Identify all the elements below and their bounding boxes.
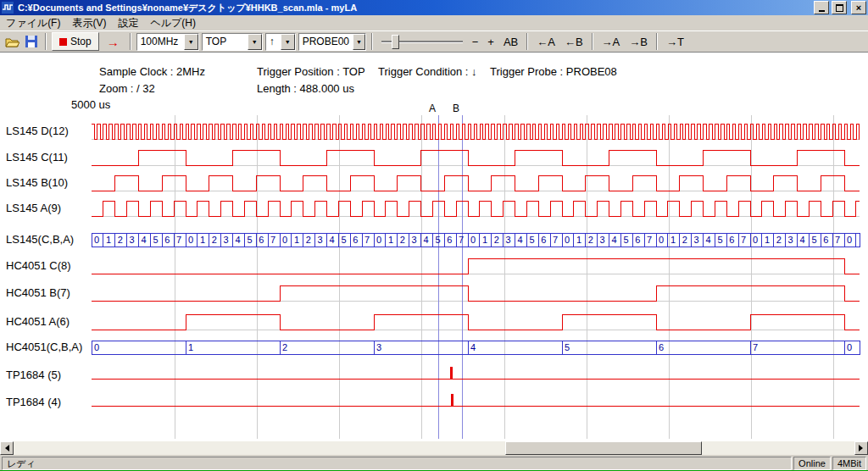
waveform-area: Sample Clock : 2MHz Trigger Position : T… [0, 53, 868, 441]
svg-text:7: 7 [176, 235, 181, 245]
svg-text:4: 4 [612, 235, 617, 245]
chevron-down-icon: ▼ [248, 34, 262, 50]
svg-text:6: 6 [635, 235, 640, 245]
svg-text:7: 7 [835, 235, 840, 245]
status-online: Online [793, 457, 831, 470]
svg-text:5: 5 [811, 235, 816, 245]
svg-text:2: 2 [588, 235, 593, 245]
menu-file[interactable]: ファイル(F) [0, 15, 66, 31]
svg-text:4: 4 [470, 342, 476, 352]
stop-button[interactable]: Stop [52, 32, 99, 51]
svg-text:2: 2 [118, 235, 123, 245]
trigger-probe-select[interactable]: PROBE00 ▼ [298, 33, 366, 51]
statusbar: レディ Online 4MBit [0, 455, 868, 470]
sample-rate-select[interactable]: 100MHz ▼ [136, 33, 199, 51]
svg-text:3: 3 [506, 235, 511, 245]
goto-marker-b-left-button[interactable]: ←B [561, 35, 587, 49]
zoom-in-button[interactable]: + [484, 35, 498, 49]
svg-text:2: 2 [282, 342, 287, 352]
zoom-slider[interactable] [381, 33, 463, 50]
toolbar-separator [526, 33, 528, 50]
menubar: ファイル(F) 表示(V) 設定 ヘルプ(H) [0, 15, 868, 30]
svg-text:1: 1 [482, 235, 487, 245]
svg-text:B: B [453, 103, 459, 114]
ab-button[interactable]: AB [500, 35, 521, 49]
svg-text:7: 7 [364, 235, 370, 245]
menu-help[interactable]: ヘルプ(H) [144, 15, 202, 31]
svg-text:0: 0 [565, 235, 570, 245]
svg-text:5: 5 [341, 235, 346, 245]
toolbar: Stop → 100MHz ▼ TOP ▼ ↑ ▼ PROBE00 ▼ − + … [0, 30, 868, 53]
svg-text:1: 1 [188, 342, 193, 352]
menu-view[interactable]: 表示(V) [66, 15, 112, 31]
svg-text:1: 1 [200, 235, 205, 245]
svg-text:6: 6 [447, 235, 452, 245]
stop-icon [59, 38, 67, 46]
svg-text:1: 1 [294, 235, 299, 245]
svg-text:3: 3 [130, 235, 135, 245]
close-button[interactable]: × [851, 1, 866, 14]
svg-text:4: 4 [800, 235, 805, 245]
svg-text:3: 3 [694, 235, 699, 245]
svg-text:A: A [429, 103, 436, 114]
toolbar-separator [371, 33, 373, 50]
svg-text:0: 0 [659, 235, 664, 245]
svg-text:4: 4 [330, 235, 335, 245]
svg-text:6: 6 [164, 235, 170, 245]
maximize-button[interactable] [832, 1, 847, 14]
scroll-left-button[interactable] [0, 441, 14, 455]
svg-text:3: 3 [788, 235, 793, 245]
svg-text:2: 2 [212, 235, 217, 245]
toolbar-separator [130, 33, 131, 50]
app-icon [2, 2, 14, 14]
floppy-disk-icon [25, 36, 37, 47]
svg-text:6: 6 [729, 235, 734, 245]
trigger-position-select[interactable]: TOP ▼ [202, 33, 263, 51]
goto-trigger-button[interactable]: →T [663, 35, 687, 49]
status-ready: レディ [2, 457, 792, 470]
svg-text:2: 2 [776, 235, 782, 245]
svg-text:3: 3 [600, 235, 605, 245]
scrollbar-thumb[interactable] [505, 441, 702, 455]
svg-text:6: 6 [541, 235, 546, 245]
goto-marker-a-left-button[interactable]: ←A [533, 35, 559, 49]
toolbar-separator [592, 33, 593, 50]
minimize-button[interactable] [814, 1, 829, 14]
svg-text:1: 1 [106, 235, 111, 245]
zoom-slider-thumb[interactable] [392, 35, 399, 49]
run-button[interactable]: → [102, 35, 125, 49]
zoom-out-button[interactable]: − [469, 35, 482, 49]
svg-text:2: 2 [306, 235, 311, 245]
svg-text:7: 7 [553, 235, 558, 245]
svg-text:3: 3 [412, 235, 417, 245]
chevron-down-icon: ▼ [184, 34, 198, 50]
svg-text:5: 5 [623, 235, 628, 245]
menu-settings[interactable]: 設定 [112, 15, 144, 31]
minimize-icon [819, 10, 825, 12]
svg-text:5: 5 [717, 235, 722, 245]
goto-marker-b-right-button[interactable]: →B [626, 35, 651, 49]
status-memory: 4MBit [832, 457, 866, 470]
scroll-right-button[interactable] [854, 441, 868, 455]
svg-text:0: 0 [94, 342, 99, 352]
trigger-edge-select[interactable]: ↑ ▼ [265, 33, 296, 51]
scrollbar-track[interactable] [14, 441, 854, 455]
svg-text:6: 6 [353, 235, 358, 245]
svg-text:3: 3 [224, 235, 229, 245]
svg-text:5: 5 [529, 235, 534, 245]
horizontal-scrollbar[interactable] [0, 441, 868, 455]
svg-text:7: 7 [741, 235, 746, 245]
svg-text:5: 5 [565, 342, 570, 352]
svg-text:5: 5 [247, 235, 252, 245]
svg-text:2: 2 [682, 235, 687, 245]
open-file-button[interactable] [3, 34, 20, 49]
svg-text:6: 6 [659, 342, 664, 352]
arrow-right-icon [859, 445, 866, 452]
save-button[interactable] [23, 34, 40, 49]
svg-text:1: 1 [576, 235, 581, 245]
goto-marker-a-right-button[interactable]: →A [598, 35, 624, 49]
svg-text:2: 2 [400, 235, 405, 245]
svg-text:0: 0 [847, 235, 852, 245]
svg-text:6: 6 [823, 235, 828, 245]
close-icon: × [856, 3, 861, 12]
